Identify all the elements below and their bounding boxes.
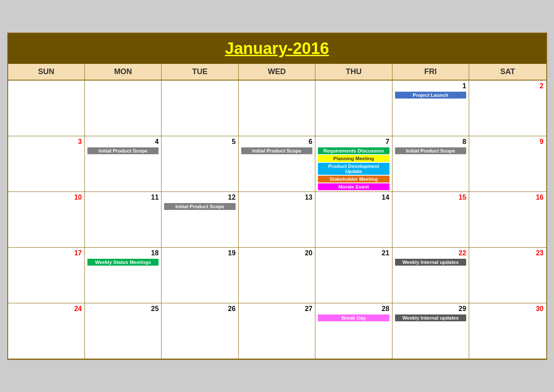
day-cell: 19 [162,248,238,303]
day-number: 8 [395,138,466,146]
calendar-event[interactable]: Requirements Discussion [318,147,389,154]
day-number: 14 [318,194,389,201]
day-number: 28 [318,305,389,313]
calendar-event[interactable]: Product Development Update [318,163,389,175]
day-number: 22 [395,249,466,257]
day-header: SUN [8,64,85,80]
day-number: 29 [395,305,466,313]
day-cell: 7Requirements DiscussionPlanning Meeting… [315,136,392,192]
day-number: 30 [472,305,543,313]
day-cell: 21 [315,248,392,303]
day-number: 24 [11,305,82,313]
calendar-event[interactable]: Break Day [318,314,389,321]
day-number: 17 [11,249,82,257]
day-cell: 12Initial Product Scope [162,192,238,248]
day-cell: 8Initial Product Scope [392,136,469,192]
day-cell: 11 [85,192,162,248]
day-cell: 23 [469,248,546,303]
day-cell: 13 [239,192,315,248]
day-number: 3 [11,138,82,146]
day-cell: 22Weekly Internal updates [392,248,469,303]
calendar-event[interactable]: Morale Event [318,183,389,190]
day-cell: 10 [8,192,85,248]
day-number: 16 [472,194,543,201]
day-cell: 14 [315,192,392,248]
day-cell [315,81,392,136]
day-number: 6 [241,138,312,146]
day-number: 13 [241,194,312,201]
day-cell: 2 [469,81,546,136]
calendar-event[interactable]: Weekly Internal updates [395,259,466,266]
day-cell: 27 [239,303,315,359]
day-number: 15 [395,194,466,201]
calendar-event[interactable]: Planning Meeting [318,155,389,162]
calendar-event[interactable]: Stakeholder Meeting [318,176,389,183]
day-number: 11 [87,194,159,201]
day-cell: 20 [239,248,315,303]
calendar-event[interactable]: Initial Product Scope [241,147,312,154]
day-number: 21 [318,249,389,257]
day-cell: 28Break Day [315,303,392,359]
day-cell: 5 [162,136,238,192]
calendar-event[interactable]: Project Launch [395,92,466,99]
day-headers: SUNMONTUEWEDTHUFRISAT [8,64,546,81]
day-number: 27 [241,305,312,313]
day-number: 19 [164,249,235,257]
day-header: SAT [469,64,546,80]
day-cell: 17 [8,248,85,303]
day-header: FRI [392,64,469,80]
day-cell: 15 [392,192,469,248]
day-header: TUE [162,64,238,80]
day-cell: 24 [8,303,85,359]
day-cell: 4Initial Product Scope [85,136,162,192]
day-number: 9 [472,138,543,146]
day-number: 26 [164,305,235,313]
calendar-event[interactable]: Initial Product Scope [87,147,159,154]
calendar-header: January-2016 [8,33,546,64]
calendar-event[interactable]: Initial Product Scope [164,203,235,210]
calendar-event[interactable]: Initial Product Scope [395,147,466,154]
day-number: 2 [472,82,543,90]
calendar-event[interactable]: Weekly Internal updates [395,314,466,321]
day-cell: 6Initial Product Scope [239,136,315,192]
calendar-title: January-2016 [8,39,546,58]
day-cell: 16 [469,192,546,248]
day-cell: 26 [162,303,238,359]
day-cell: 18Weekly Status Meetings [85,248,162,303]
day-cell: 1Project Launch [392,81,469,136]
day-cell: 29Weekly Internal updates [392,303,469,359]
day-number: 25 [87,305,159,313]
day-number: 7 [318,138,389,146]
day-number: 10 [11,194,82,201]
calendar-grid: 1Project Launch234Initial Product Scope5… [8,81,546,359]
day-cell: 30 [469,303,546,359]
day-cell: 25 [85,303,162,359]
calendar: January-2016 SUNMONTUEWEDTHUFRISAT 1Proj… [7,33,547,360]
day-number: 4 [87,138,159,146]
day-header: WED [239,64,315,80]
day-cell: 9 [469,136,546,192]
calendar-event[interactable]: Weekly Status Meetings [87,259,159,266]
day-cell [8,81,85,136]
day-cell [85,81,162,136]
day-number: 5 [164,138,235,146]
day-number: 20 [241,249,312,257]
day-cell [239,81,315,136]
day-cell: 3 [8,136,85,192]
day-number: 1 [395,82,466,90]
day-number: 23 [472,249,543,257]
day-number: 12 [164,194,235,201]
day-header: THU [315,64,392,80]
day-header: MON [85,64,162,80]
day-number: 18 [87,249,159,257]
day-cell [162,81,238,136]
